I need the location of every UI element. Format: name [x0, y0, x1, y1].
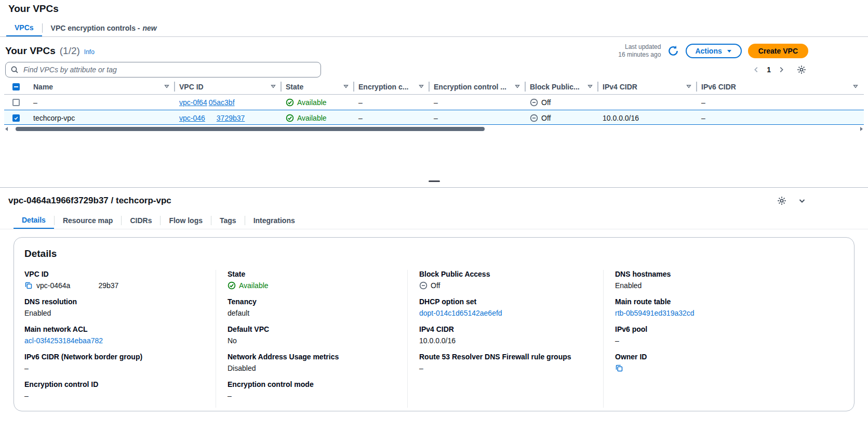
field-ipv6-cidr-border-group: IPv6 CIDR (Network border group) – [24, 353, 205, 372]
column-header-ipv4-cidr[interactable]: IPv4 CIDR [598, 79, 697, 94]
details-column-2: State Available [216, 270, 407, 408]
tab-tags[interactable]: Tags [211, 212, 245, 229]
view-tabs: VPCs VPC encryption controls - new [0, 20, 868, 37]
column-header-label: IPv6 CIDR [701, 83, 736, 91]
scroll-left-arrow-icon[interactable] [4, 126, 8, 132]
filter-caret-icon [587, 83, 593, 89]
ipv6-cidr-value: – [701, 98, 705, 107]
select-all-cell [4, 79, 29, 94]
row-name: techcorp-vpc [33, 114, 75, 122]
column-header-vpc-id[interactable]: VPC ID [175, 79, 282, 94]
column-header-ipv6-cidr[interactable]: IPv6 CIDR [697, 79, 864, 94]
copy-icon [615, 364, 623, 372]
main-route-table-link[interactable]: rtb-0b59491ed319a32cd [615, 308, 833, 317]
details-column-1: VPC ID vpc-0464a29b37 [24, 270, 216, 408]
field-ipv4-cidr: IPv4 CIDR 10.0.0.0/16 [419, 325, 593, 345]
field-label: Network Address Usage metrics [228, 353, 397, 361]
cell-encryption-control: – [430, 95, 526, 110]
block-public-status: Off [419, 281, 440, 290]
tab-flow-logs[interactable]: Flow logs [161, 212, 211, 229]
info-link[interactable]: Info [84, 48, 95, 56]
cell-ipv6-cidr: – [697, 110, 864, 125]
tab-integrations[interactable]: Integrations [245, 212, 303, 229]
panel-preferences-button[interactable] [777, 196, 786, 205]
scroll-right-arrow-icon[interactable] [860, 126, 864, 132]
search-box[interactable] [5, 62, 321, 77]
encryption-control-value: – [434, 98, 438, 107]
gear-icon [797, 65, 806, 74]
field-block-public-access: Block Public Access Off [419, 270, 593, 290]
cell-ipv6-cidr: – [697, 95, 864, 110]
filter-caret-icon [418, 83, 424, 89]
column-header-block-public[interactable]: Block Public... [526, 79, 598, 94]
details-column-4: DNS hostnames Enabled Main route table r… [603, 270, 844, 408]
vpc-id-link[interactable]: 3729b37 [217, 114, 245, 122]
vpc-id-link[interactable]: vpc-0f64 [179, 98, 207, 107]
details-fields-grid: VPC ID vpc-0464a29b37 [24, 270, 844, 408]
refresh-button[interactable] [667, 45, 679, 57]
field-value: Disabled [228, 364, 397, 372]
copy-vpc-id-button[interactable] [24, 281, 33, 290]
actions-button[interactable]: Actions [686, 44, 741, 58]
chevron-down-icon [798, 197, 806, 205]
page-title: Your VPCs [8, 3, 59, 15]
block-public-label: Off [541, 98, 551, 107]
last-updated-line2: 16 minutes ago [618, 51, 661, 59]
dhcp-option-set-link[interactable]: dopt-014c1d65142ae6efd [419, 308, 593, 317]
row-checkbox[interactable] [12, 114, 20, 122]
field-label: Encryption control ID [24, 380, 205, 388]
field-main-route-table: Main route table rtb-0b59491ed319a32cd [615, 297, 833, 317]
scrollbar-thumb[interactable] [16, 127, 485, 131]
vpc-id-link[interactable]: vpc-046 [179, 114, 205, 122]
column-header-encryption-c[interactable]: Encryption c... [354, 79, 430, 94]
cell-name: – [29, 95, 175, 110]
encryption-c-value: – [358, 114, 363, 122]
current-page[interactable]: 1 [763, 66, 775, 74]
scrollbar-track[interactable] [10, 127, 858, 131]
row-checkbox[interactable] [12, 99, 20, 106]
tab-resource-map[interactable]: Resource map [55, 212, 121, 229]
ipv4-cidr-value: 10.0.0.0/16 [603, 114, 639, 122]
field-encryption-control-mode: Encryption control mode – [228, 380, 397, 400]
select-all-checkbox[interactable] [12, 83, 20, 90]
column-header-name[interactable]: Name [29, 79, 175, 94]
tab-details[interactable]: Details [14, 212, 54, 229]
field-label: Main network ACL [24, 325, 205, 333]
tab-label: Integrations [253, 216, 295, 225]
field-dhcp-option-set: DHCP option set dopt-014c1d65142ae6efd [419, 297, 593, 317]
vpc-table: Name VPC ID State Encryption c... [4, 79, 864, 125]
search-input[interactable] [22, 65, 316, 74]
panel-collapse-button[interactable] [798, 197, 806, 205]
column-header-state[interactable]: State [282, 79, 354, 94]
tab-vpc-encryption-controls[interactable]: VPC encryption controls - new [43, 20, 165, 36]
field-label: IPv4 CIDR [419, 325, 593, 333]
create-vpc-button[interactable]: Create VPC [748, 44, 808, 58]
vpc-id-part: 29b37 [98, 281, 118, 290]
vpc-id-link[interactable]: 05ac3bf [209, 98, 235, 107]
split-pane-drag-handle[interactable] [429, 180, 440, 182]
copy-owner-id-button[interactable] [615, 364, 623, 372]
block-public-status: Off [530, 98, 551, 107]
field-label: DNS hostnames [615, 270, 833, 278]
tab-encryption-new-badge: new [143, 24, 157, 32]
check-circle-icon [286, 114, 294, 122]
tab-cidrs[interactable]: CIDRs [122, 212, 160, 229]
table-row[interactable]: – vpc-0f6405ac3bf Available – – [4, 95, 864, 110]
field-label: IPv6 CIDR (Network border group) [24, 353, 205, 361]
tab-vpcs[interactable]: VPCs [6, 20, 42, 36]
previous-page-button[interactable] [750, 63, 763, 76]
details-panel-title: vpc-0464a1966f3729b37 / techcorp-vpc [8, 196, 171, 206]
table-preferences-button[interactable] [797, 65, 806, 74]
field-label: Encryption control mode [228, 380, 397, 388]
table-row[interactable]: techcorp-vpc vpc-0463729b37 Available – … [4, 110, 864, 125]
row-select-cell [4, 95, 29, 110]
network-acl-link[interactable]: acl-03f4253184ebaa782 [24, 336, 205, 345]
pagination: 1 [750, 63, 806, 76]
field-label: Default VPC [228, 325, 397, 333]
table-header-row: Name VPC ID State Encryption c... [4, 79, 864, 95]
field-value: – [228, 391, 397, 400]
next-page-button[interactable] [775, 63, 787, 76]
state-label: Available [297, 98, 327, 107]
list-header-left: Your VPCs (1/2) Info [5, 45, 95, 57]
column-header-encryption-control[interactable]: Encryption control ... [430, 79, 526, 94]
